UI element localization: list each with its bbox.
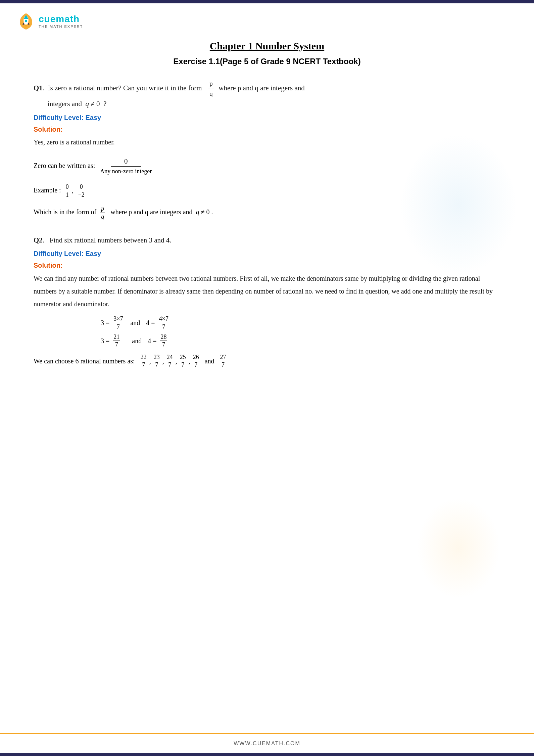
eq2a-left: 3 = bbox=[101, 337, 109, 345]
question-2-block: Q2. Find six rational numbers between 3 … bbox=[34, 234, 500, 369]
page: cuemath THE MATH EXPERT Chapter 1 Number… bbox=[0, 0, 534, 756]
eq2-and: and bbox=[124, 337, 145, 345]
logo-icon bbox=[17, 12, 35, 30]
svg-point-2 bbox=[25, 20, 27, 22]
example-line: Example : 0 1 , 0 −2 bbox=[34, 183, 500, 198]
q1-label: Q1 bbox=[34, 84, 43, 92]
logo-brand: cuemath bbox=[39, 14, 83, 25]
q2-label: Q2 bbox=[34, 236, 43, 244]
q2-solution-para: We can find any number of rational numbe… bbox=[34, 272, 500, 310]
q1-suffix: where p and q are integers and bbox=[219, 84, 305, 92]
q2-difficulty: Difficulty Level: Easy bbox=[34, 250, 500, 258]
r2: 23 7 bbox=[153, 354, 160, 369]
zero-denominator: Any non-zero integer bbox=[100, 167, 152, 175]
eq1a-left: 3 = bbox=[101, 319, 109, 327]
eq1a-frac: 3×7 7 bbox=[113, 315, 124, 330]
choose-text: We can choose 6 rational numbers as: bbox=[34, 354, 135, 368]
eq2b-frac: 28 7 bbox=[160, 333, 167, 349]
choose-rationals-line: We can choose 6 rational numbers as: 22 … bbox=[34, 354, 500, 369]
q1-fraction: p q bbox=[208, 80, 214, 98]
and-text: and bbox=[205, 354, 214, 368]
r4: 25 7 bbox=[179, 354, 187, 369]
q1-frac-den: q bbox=[208, 89, 214, 98]
logo-tagline: THE MATH EXPERT bbox=[39, 25, 83, 29]
chapter-title: Chapter 1 Number System bbox=[34, 40, 500, 52]
footer-url: WWW.CUEMATH.COM bbox=[234, 741, 300, 746]
eq2b-left: 4 = bbox=[148, 337, 156, 345]
pq-fraction: p q bbox=[100, 205, 105, 220]
q2-solution-label: Solution: bbox=[34, 262, 500, 269]
eq2a-frac: 21 7 bbox=[113, 333, 120, 349]
r5: 26 7 bbox=[192, 354, 200, 369]
question-2-text: Q2. Find six rational numbers between 3 … bbox=[34, 234, 500, 247]
zero-fraction-display: Zero can be written as: 0 Any non-zero i… bbox=[34, 157, 500, 175]
equations-block: 3 = 3×7 7 and 4 = 4×7 7 3 = bbox=[101, 315, 500, 348]
eq-row-1: 3 = 3×7 7 and 4 = 4×7 7 bbox=[101, 315, 500, 330]
footer: WWW.CUEMATH.COM bbox=[0, 733, 534, 753]
question-1-text: Q1. Is zero a rational number? Can you w… bbox=[34, 80, 500, 110]
question-1-block: Q1. Is zero a rational number? Can you w… bbox=[34, 80, 500, 221]
eq1b-frac: 4×7 7 bbox=[158, 315, 169, 330]
eq1b-left: 4 = bbox=[146, 319, 155, 327]
example-frac-1: 0 1 bbox=[65, 183, 69, 198]
q1-text: Is zero a rational number? Can you write… bbox=[48, 84, 202, 92]
r3: 24 7 bbox=[166, 354, 174, 369]
header-bar bbox=[0, 0, 534, 3]
r6: 27 7 bbox=[220, 354, 227, 369]
r1: 22 7 bbox=[140, 354, 147, 369]
bottom-bar bbox=[0, 753, 534, 756]
which-form-line: Which is in the form of p q where p and … bbox=[34, 205, 500, 220]
logo-area: cuemath THE MATH EXPERT bbox=[0, 3, 534, 34]
example-frac-2: 0 −2 bbox=[78, 183, 85, 198]
q1-difficulty: Difficulty Level: Easy bbox=[34, 114, 500, 122]
zero-fraction: 0 Any non-zero integer bbox=[100, 157, 152, 175]
zero-written-as: Zero can be written as: bbox=[34, 162, 100, 170]
q1-solution-line1: Yes, zero is a rational number. bbox=[34, 136, 500, 148]
bg-shape-2 bbox=[417, 498, 500, 598]
q2-text: Find six rational numbers between 3 and … bbox=[50, 236, 172, 244]
eq1-and: and bbox=[127, 319, 143, 327]
main-content: Chapter 1 Number System Exercise 1.1(Pag… bbox=[0, 34, 534, 733]
zero-numerator: 0 bbox=[111, 157, 141, 167]
q1-frac-num: p bbox=[208, 80, 214, 89]
q1-solution-label: Solution: bbox=[34, 126, 500, 133]
logo-text: cuemath THE MATH EXPERT bbox=[39, 14, 83, 29]
eq-row-2: 3 = 21 7 and 4 = 28 7 bbox=[101, 333, 500, 349]
exercise-title: Exercise 1.1(Page 5 of Grade 9 NCERT Tex… bbox=[34, 57, 500, 66]
